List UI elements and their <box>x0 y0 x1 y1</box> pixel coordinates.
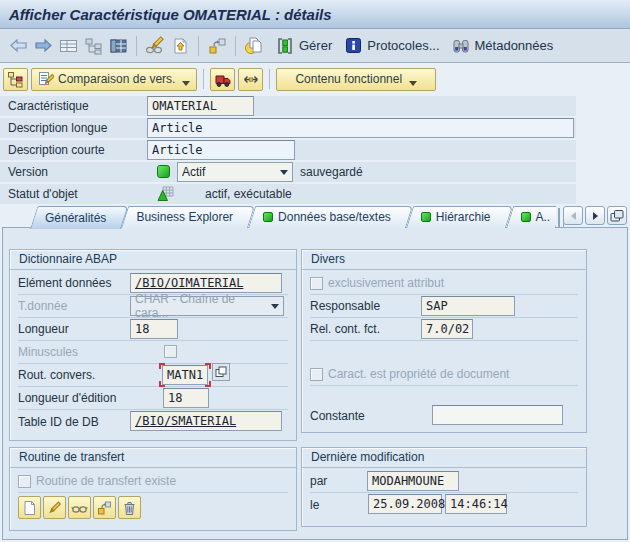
display-change-icon[interactable] <box>145 36 165 56</box>
modification-time-field[interactable]: 14:46:14 <box>445 494 507 514</box>
tab-list-button[interactable] <box>607 206 627 225</box>
caracteristique-field[interactable]: OMATERIAL <box>147 96 254 116</box>
protocoles-button[interactable]: Protocoles... <box>343 36 439 56</box>
minuscules-checkbox[interactable] <box>164 345 177 358</box>
chevron-right-icon <box>593 212 598 220</box>
possible-entries-button[interactable] <box>212 363 230 381</box>
back-icon[interactable] <box>8 36 28 56</box>
tab-scroll-controls <box>563 206 627 225</box>
version-label: Version <box>8 165 48 179</box>
green-led-icon <box>421 212 431 222</box>
header-form: Caractéristique OMATERIAL Description lo… <box>0 96 630 206</box>
constante-field[interactable] <box>432 405 563 425</box>
copy-routine-button[interactable] <box>93 496 116 519</box>
transport-copy-icon[interactable] <box>207 36 227 56</box>
tab-attributs-clipped[interactable]: A.. <box>506 206 556 228</box>
row-caract-propriete-document: Caract. est propriété de document <box>310 363 578 386</box>
comparaison-button[interactable]: Comparaison de vers. <box>31 68 197 91</box>
table-id-db-field[interactable]: /BIO/SMATERIAL <box>130 411 282 431</box>
title-bar: Afficher Caractéristique OMATERIAL : dét… <box>0 0 630 29</box>
forward-icon[interactable] <box>33 36 53 56</box>
grid-icon[interactable] <box>108 36 128 56</box>
tab-donnees-base-textes[interactable]: Données base/textes <box>248 206 406 228</box>
application-toolbar: Comparaison de vers. Contenu fonctionnel <box>0 64 630 94</box>
caracteristique-label: Caractéristique <box>8 99 89 113</box>
caract-propriete-document-checkbox[interactable] <box>310 368 323 381</box>
display-routine-button[interactable] <box>68 496 91 519</box>
stacked-tabs-icon <box>609 208 625 224</box>
tab-content-panel: Dictionnaire ABAP Elément données /BIO/O… <box>2 227 628 540</box>
chevron-down-icon <box>276 163 292 181</box>
row-longueur-edition: Longueur d'édition 18 <box>18 387 288 410</box>
row-exclusivement-attribut: exclusivement attribut <box>310 272 578 295</box>
delete-routine-button[interactable] <box>118 496 141 519</box>
tab-scroll-right-button[interactable] <box>585 206 605 225</box>
compare-icon <box>38 71 54 87</box>
system-toolbar: Gérer Protocoles... Métadonnées <box>0 29 630 63</box>
create-routine-button[interactable] <box>18 496 41 519</box>
row-modifie-par: par MODAHMOUNE <box>310 470 578 493</box>
row-responsable: Responsable SAP <box>310 295 578 318</box>
group-dictionnaire-abap: Dictionnaire ABAP Elément données /BIO/O… <box>9 249 297 441</box>
tab-hierarchie[interactable]: Hiérarchie <box>406 206 506 228</box>
row-tdonnee: T.donnée CHAR - Chaîne de cara... <box>18 295 288 318</box>
overview-icon[interactable] <box>58 36 78 56</box>
tab-generalites[interactable]: Généralités <box>30 206 121 229</box>
row-table-id-db: Table ID de DB /BIO/SMATERIAL <box>18 410 288 433</box>
description-courte-field[interactable]: Article <box>147 140 295 160</box>
modifie-par-field[interactable]: MODAHMOUNE <box>367 471 459 491</box>
exclusivement-attribut-checkbox[interactable] <box>310 277 323 290</box>
group-title: Dictionnaire ABAP <box>10 250 296 270</box>
green-led-icon <box>157 165 170 178</box>
edit-routine-button[interactable] <box>43 496 66 519</box>
statut-value: actif, exécutable <box>205 187 292 201</box>
contenu-fonctionnel-button[interactable]: Contenu fonctionnel <box>276 68 436 91</box>
page-up-icon[interactable] <box>170 36 190 56</box>
hierarchy-button[interactable] <box>3 68 28 91</box>
version-dropdown[interactable]: Actif <box>177 162 293 182</box>
tab-scroll-left-button[interactable] <box>563 206 583 225</box>
row-description-courte: Description courte Article <box>0 140 576 160</box>
modification-date-field[interactable]: 25.09.2008 <box>368 494 442 514</box>
copy-structure-icon <box>97 500 112 516</box>
toolbar-separator <box>198 36 199 56</box>
spacer <box>310 341 578 363</box>
row-description-longue: Description longue Article <box>0 118 576 138</box>
page-title: Afficher Caractéristique OMATERIAL : dét… <box>9 6 332 23</box>
row-statut: Statut d'objet actif, exécutable <box>0 184 576 204</box>
responsable-field[interactable]: SAP <box>421 296 515 316</box>
move-button[interactable] <box>238 68 263 91</box>
row-routine-existe: Routine de transfert existe <box>18 470 288 493</box>
gerer-button[interactable]: Gérer <box>275 36 332 56</box>
tab-strip: Généralités Business Explorer Données ba… <box>0 205 630 228</box>
row-modifie-le: le 25.09.2008 14:46:14 <box>310 493 578 516</box>
description-courte-label: Description courte <box>8 143 105 157</box>
info-icon <box>343 36 363 56</box>
tdonnee-dropdown[interactable]: CHAR - Chaîne de cara... <box>130 296 284 316</box>
copy-pages-icon[interactable] <box>244 36 264 56</box>
statut-label: Statut d'objet <box>8 187 78 201</box>
chevron-down-icon <box>267 297 283 315</box>
metadonnees-button[interactable]: Métadonnées <box>451 36 554 56</box>
new-page-icon <box>22 500 37 516</box>
pencil-icon <box>47 500 62 516</box>
green-led-icon <box>521 212 531 222</box>
group-title: Divers <box>302 250 586 270</box>
spacer <box>310 386 578 404</box>
tab-business-explorer[interactable]: Business Explorer <box>121 206 248 228</box>
routine-existe-checkbox[interactable] <box>18 475 31 488</box>
sap-window: Afficher Caractéristique OMATERIAL : dét… <box>0 0 630 542</box>
longueur-field[interactable]: 18 <box>130 319 178 339</box>
transport-button[interactable] <box>210 68 235 91</box>
rel-cont-fct-field[interactable]: 7.0/02 <box>421 319 473 339</box>
toolbar-separator <box>136 36 137 56</box>
description-longue-field[interactable]: Article <box>147 118 574 138</box>
row-longueur: Longueur 18 <box>18 318 288 341</box>
chevron-left-icon <box>571 212 576 220</box>
binoculars-icon <box>451 36 471 56</box>
longueur-edition-field[interactable]: 18 <box>163 388 209 408</box>
element-donnees-field[interactable]: /BIO/OIMATERIAL <box>130 273 282 293</box>
rout-convers-field[interactable]: MATN1 <box>162 365 208 385</box>
glasses-icon <box>71 500 88 515</box>
hierarchy-icon[interactable] <box>83 36 103 56</box>
